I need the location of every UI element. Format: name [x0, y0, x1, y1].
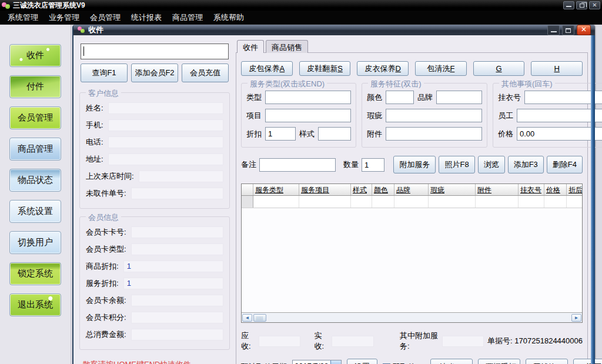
item-input[interactable]: [265, 109, 351, 122]
grid-header-price[interactable]: 价格: [544, 184, 567, 195]
service-button-bag-wash[interactable]: 包清洗F: [415, 61, 467, 76]
maximize-icon: [566, 28, 571, 33]
inner-minimize-button[interactable]: [547, 25, 560, 35]
type-input[interactable]: [265, 91, 351, 104]
close-icon: ✕: [590, 2, 600, 9]
grid-header-color[interactable]: 颜色: [372, 184, 394, 195]
sidebar-item-receive[interactable]: 收件: [9, 44, 61, 67]
service-button-h[interactable]: H: [531, 61, 583, 76]
restore-button[interactable]: [576, 1, 587, 9]
application-window: 三诚洗衣店管理系统V9 ✕ 系统管理 业务管理 会员管理 统计报表 商品管理 系…: [0, 0, 602, 364]
main-titlebar: 三诚洗衣店管理系统V9 ✕: [0, 0, 602, 11]
scrollbar-thumb[interactable]: ||||: [253, 314, 266, 322]
add-button[interactable]: 添加F3: [508, 156, 544, 173]
member-recharge-button[interactable]: 会员充值: [182, 64, 229, 82]
menu-goods[interactable]: 商品管理: [167, 11, 208, 25]
menu-business[interactable]: 业务管理: [44, 11, 85, 25]
menu-help[interactable]: 系统帮助: [208, 11, 249, 25]
checkout-button[interactable]: 结账F5: [430, 359, 473, 364]
open-cashbox-button[interactable]: 开钱箱F9: [526, 359, 568, 364]
staff-value: [517, 109, 602, 122]
close-button[interactable]: ✕: [589, 1, 600, 9]
minimize-button[interactable]: [563, 1, 574, 9]
accessory-label: 附件: [367, 129, 382, 139]
grid-header-accessory[interactable]: 附件: [476, 184, 519, 195]
addon-service-button[interactable]: 附加服务: [393, 156, 436, 173]
pickup-date-select[interactable]: 2017/7/28 ▼: [292, 360, 342, 364]
sidebar-item-deliver[interactable]: 付件: [9, 75, 61, 98]
receive-panel: 收件 商品销售 皮包保养A 皮鞋翻新S 皮衣保养D 包清洗F G H: [236, 36, 588, 364]
sidebar-item-goods-mgmt[interactable]: 商品管理: [9, 138, 61, 161]
tab-goods-sale[interactable]: 商品销售: [266, 40, 308, 53]
card-no-value: [131, 226, 223, 238]
accessory-input[interactable]: [386, 127, 482, 141]
address-value: [108, 153, 223, 165]
grid-header-style[interactable]: 样式: [351, 184, 372, 195]
delete-button[interactable]: 删除F4: [547, 156, 583, 173]
receive-window: 收件 ✕ 查询F1 添加会员F2 会员充值: [72, 25, 595, 364]
brand-input[interactable]: [436, 91, 482, 104]
pickup-date-value: 2017/7/28: [293, 360, 330, 364]
service-button-shoe-renew[interactable]: 皮鞋翻新S: [299, 61, 351, 76]
sidebar-item-exit-system[interactable]: 退出系统: [9, 293, 61, 316]
grid-header-service-type[interactable]: 服务类型: [253, 184, 299, 195]
style-input[interactable]: [318, 127, 351, 141]
set-button[interactable]: 设置: [347, 359, 377, 364]
remark-input[interactable]: [259, 158, 336, 172]
search-input[interactable]: [81, 44, 229, 59]
menubar: 系统管理 业务管理 会员管理 统计报表 商品管理 系统帮助: [0, 11, 602, 25]
price-label: 价格: [498, 129, 513, 139]
field-row-service-discount: 服务折扣: 1: [86, 278, 223, 289]
grid-header-brand[interactable]: 品牌: [394, 184, 429, 195]
flaw-input[interactable]: [386, 109, 482, 122]
menu-system[interactable]: 系统管理: [2, 11, 44, 25]
card-balance-value: [131, 295, 223, 306]
add-member-button[interactable]: 添加会员F2: [131, 64, 178, 82]
restore-icon: [580, 4, 584, 8]
scroll-left-icon[interactable]: ◄: [242, 314, 252, 322]
customer-info-title: 客户信息: [86, 88, 121, 99]
quantity-input[interactable]: [362, 158, 384, 172]
browse-button[interactable]: 浏览: [478, 156, 505, 173]
inner-maximize-button[interactable]: [562, 25, 574, 35]
service-button-key: A: [280, 64, 285, 73]
sidebar-item-switch-user[interactable]: 切换用户: [9, 231, 61, 254]
menu-reports[interactable]: 统计报表: [126, 11, 167, 25]
photo-button[interactable]: 照片F8: [439, 156, 474, 173]
total-spend-value: [131, 329, 223, 340]
sidebar-item-item-status[interactable]: 物品状态: [9, 169, 61, 192]
grid-header-flaw[interactable]: 瑕疵: [429, 184, 476, 195]
service-button-bag-care[interactable]: 皮包保养A: [241, 61, 293, 76]
grid-header-service-item[interactable]: 服务项目: [299, 184, 351, 195]
field-row-card-balance: 会员卡余额:: [86, 295, 223, 306]
inner-close-button[interactable]: ✕: [577, 25, 591, 35]
sidebar-item-settings[interactable]: 系统设置: [9, 200, 61, 223]
table-row[interactable]: [242, 196, 582, 208]
sidebar-item-lock-system[interactable]: 锁定系统: [9, 262, 61, 285]
query-button[interactable]: 查询F1: [81, 64, 128, 82]
discount-input[interactable]: [265, 127, 296, 141]
sidebar-item-member-mgmt[interactable]: 会员管理: [9, 106, 61, 129]
field-row-card-points: 会员卡积分:: [86, 312, 223, 323]
grid-header-discounted-price[interactable]: 折后价: [567, 184, 582, 195]
reprint-button[interactable]: 票据重打: [478, 359, 520, 364]
color-input[interactable]: [386, 91, 414, 104]
menu-member[interactable]: 会员管理: [85, 11, 126, 25]
last-visit-label: 上次来店时间:: [86, 171, 134, 182]
back-button[interactable]: 返回: [573, 359, 602, 364]
price-input[interactable]: [517, 127, 602, 141]
staff-select[interactable]: ▼: [517, 109, 602, 122]
service-button-leather-care[interactable]: 皮衣保养D: [357, 61, 409, 76]
calendar-dropdown-icon[interactable]: ▼: [330, 360, 341, 364]
phone-value: [108, 136, 223, 148]
immediate-pickup-label: 即取件: [393, 362, 416, 364]
horizontal-scrollbar[interactable]: ◄ |||| ►: [242, 312, 582, 322]
service-button-g[interactable]: G: [473, 61, 525, 76]
grid-header-indicator: [242, 184, 253, 195]
scroll-right-icon[interactable]: ►: [571, 314, 581, 322]
addon-total-value: [442, 336, 484, 347]
grid-header-hanger-no[interactable]: 挂衣号: [519, 184, 544, 195]
received-value: [332, 336, 373, 347]
totals-row: 应收: 实收: 其中附加服务: 单据号: 170725182: [241, 330, 583, 352]
tab-receive[interactable]: 收件: [237, 40, 264, 53]
